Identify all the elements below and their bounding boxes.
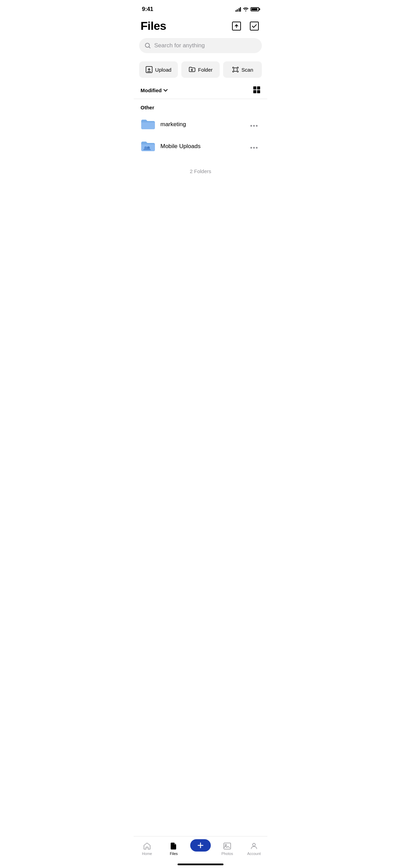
svg-point-9 — [251, 125, 252, 126]
grid-view-icon — [253, 86, 260, 94]
svg-point-16 — [256, 147, 258, 148]
search-placeholder: Search for anything — [154, 42, 256, 49]
list-controls: Modified — [134, 83, 267, 99]
file-info-marketing: marketing — [160, 121, 243, 128]
svg-point-10 — [253, 125, 255, 126]
action-buttons: Upload Folder Scan — [134, 59, 267, 83]
status-time: 9:41 — [142, 6, 153, 13]
file-list: marketing Mobile Uploads — [134, 113, 267, 157]
svg-point-15 — [253, 147, 255, 148]
scan-action-button[interactable]: Scan — [223, 61, 262, 78]
scan-label: Scan — [242, 67, 253, 73]
svg-rect-7 — [253, 90, 256, 93]
svg-rect-8 — [257, 90, 260, 93]
status-bar: 9:41 — [134, 0, 267, 16]
file-info-mobile-uploads: Mobile Uploads — [160, 143, 243, 150]
folder-action-button[interactable]: Folder — [181, 61, 220, 78]
checkbox-icon — [250, 21, 259, 31]
upload-label: Upload — [155, 67, 172, 73]
page-header: Files — [134, 16, 267, 38]
header-actions — [230, 20, 260, 32]
sort-label: Modified — [141, 87, 162, 93]
file-name-marketing: marketing — [160, 121, 186, 128]
signal-icon — [235, 7, 241, 12]
more-icon — [250, 125, 258, 127]
more-button-mobile-uploads[interactable] — [247, 141, 260, 152]
upload-action-icon — [146, 66, 153, 73]
battery-icon — [251, 7, 259, 11]
status-icons — [235, 7, 259, 12]
svg-point-2 — [145, 43, 149, 47]
sort-button[interactable]: Modified — [141, 87, 168, 93]
more-button-marketing[interactable] — [247, 119, 260, 130]
page-title: Files — [141, 19, 166, 33]
select-button[interactable] — [248, 20, 260, 32]
search-container: Search for anything — [134, 38, 267, 59]
view-toggle-button[interactable] — [253, 86, 260, 95]
upload-button[interactable] — [230, 20, 243, 32]
svg-rect-5 — [253, 86, 256, 89]
section-other: Other — [134, 99, 267, 113]
wifi-icon — [243, 7, 248, 11]
upload-action-button[interactable]: Upload — [139, 61, 178, 78]
more-icon — [250, 147, 258, 149]
folder-add-icon — [189, 66, 195, 73]
folder-icon-marketing — [141, 118, 156, 131]
folder-count: 2 Folders — [134, 157, 267, 185]
section-title-other: Other — [141, 105, 154, 110]
folder-icon-mobile-uploads — [141, 140, 156, 153]
folder-label: Folder — [198, 67, 213, 73]
svg-rect-4 — [234, 68, 237, 71]
svg-rect-1 — [250, 22, 258, 30]
svg-rect-6 — [257, 86, 260, 89]
search-icon — [145, 43, 151, 49]
search-bar[interactable]: Search for anything — [139, 38, 262, 53]
list-item[interactable]: marketing — [134, 113, 267, 135]
chevron-down-icon — [163, 89, 168, 92]
file-name-mobile-uploads: Mobile Uploads — [160, 143, 200, 149]
svg-point-14 — [251, 147, 252, 148]
upload-icon — [232, 21, 241, 31]
list-item[interactable]: Mobile Uploads — [134, 135, 267, 157]
svg-point-11 — [256, 125, 258, 126]
scan-icon — [232, 66, 239, 73]
